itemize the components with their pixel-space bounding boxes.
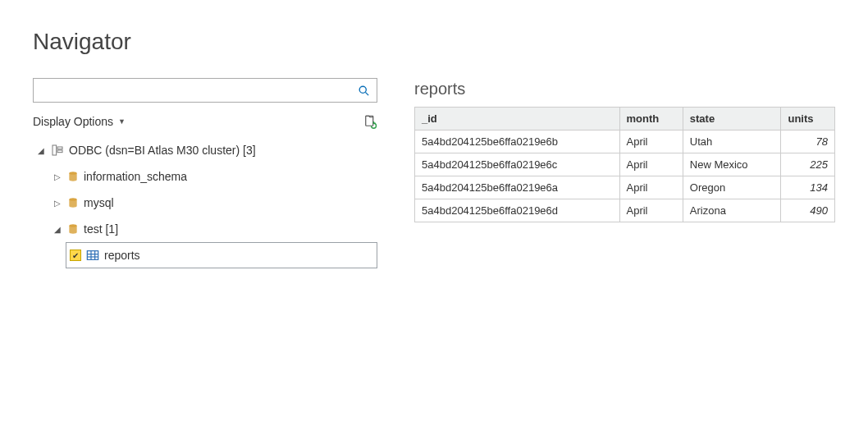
nav-tree: ◢ ODBC (dsn=BI Atlas M30 cluster) [3] ▷ …	[33, 137, 377, 268]
cell-month: April	[619, 199, 683, 222]
search-box	[33, 78, 377, 103]
cell-units: 134	[781, 176, 835, 199]
expand-icon[interactable]: ▷	[53, 199, 62, 208]
search-input[interactable]	[34, 79, 350, 102]
column-header-state[interactable]: state	[683, 108, 781, 130]
cell-id: 5a4bd204125be6ffa0219e6b	[415, 130, 620, 153]
svg-rect-9	[87, 251, 98, 260]
cell-month: April	[619, 130, 683, 153]
refresh-icon[interactable]	[363, 114, 377, 129]
cell-units: 78	[781, 130, 835, 153]
cell-month: April	[619, 153, 683, 176]
svg-rect-5	[57, 150, 62, 153]
cell-state: New Mexico	[683, 153, 781, 176]
column-header-units[interactable]: units	[781, 108, 835, 130]
column-header-id[interactable]: _id	[415, 108, 620, 130]
cell-units: 225	[781, 153, 835, 176]
display-options-label: Display Options	[33, 115, 113, 128]
table-row[interactable]: 5a4bd204125be6ffa0219e6a April Oregon 13…	[415, 176, 835, 199]
table-row[interactable]: 5a4bd204125be6ffa0219e6b April Utah 78	[415, 130, 835, 153]
cell-id: 5a4bd204125be6ffa0219e6a	[415, 176, 620, 199]
table-icon	[86, 250, 99, 261]
preview-table: _id month state units 5a4bd204125be6ffa0…	[414, 107, 835, 222]
database-icon	[67, 222, 79, 236]
tree-node-mysql[interactable]: ▷ mysql	[49, 190, 377, 216]
datasource-icon	[51, 144, 64, 157]
checkbox-checked-icon[interactable]: ✔	[70, 250, 81, 261]
table-row[interactable]: 5a4bd204125be6ffa0219e6c April New Mexic…	[415, 153, 835, 176]
search-icon[interactable]	[350, 85, 377, 97]
table-row[interactable]: 5a4bd204125be6ffa0219e6d April Arizona 4…	[415, 199, 835, 222]
cell-id: 5a4bd204125be6ffa0219e6c	[415, 153, 620, 176]
tree-node-odbc-root[interactable]: ◢ ODBC (dsn=BI Atlas M30 cluster) [3]	[33, 137, 377, 163]
column-header-month[interactable]: month	[619, 108, 683, 130]
table-header-row: _id month state units	[415, 108, 835, 130]
tree-label: information_schema	[84, 170, 187, 183]
tree-node-reports[interactable]: ✔ reports	[66, 242, 377, 268]
svg-line-1	[365, 92, 368, 95]
database-icon	[67, 196, 79, 209]
tree-label: ODBC (dsn=BI Atlas M30 cluster) [3]	[69, 144, 256, 157]
chevron-down-icon: ▼	[118, 117, 126, 126]
collapse-icon[interactable]: ◢	[36, 146, 46, 155]
database-icon	[67, 170, 79, 183]
cell-state: Utah	[683, 130, 781, 153]
tree-node-test[interactable]: ◢ test [1]	[49, 216, 377, 242]
cell-id: 5a4bd204125be6ffa0219e6d	[415, 199, 620, 222]
tree-node-information-schema[interactable]: ▷ information_schema	[49, 163, 377, 190]
expand-icon[interactable]: ▷	[53, 172, 62, 181]
navigator-panel: Display Options ▼ ◢	[33, 78, 377, 268]
page-title: Navigator	[33, 29, 835, 55]
collapse-icon[interactable]: ◢	[53, 225, 62, 234]
cell-units: 490	[781, 199, 835, 222]
preview-title: reports	[414, 80, 835, 98]
tree-label: mysql	[84, 196, 114, 209]
cell-month: April	[619, 176, 683, 199]
tree-label: test [1]	[84, 222, 118, 236]
svg-rect-3	[53, 145, 57, 155]
cell-state: Oregon	[683, 176, 781, 199]
cell-state: Arizona	[683, 199, 781, 222]
display-options-dropdown[interactable]: Display Options ▼	[33, 115, 126, 128]
tree-label: reports	[104, 249, 140, 262]
svg-point-0	[359, 86, 366, 93]
svg-rect-4	[57, 147, 62, 149]
preview-panel: reports _id month state units 5a4bd20412…	[414, 78, 835, 268]
